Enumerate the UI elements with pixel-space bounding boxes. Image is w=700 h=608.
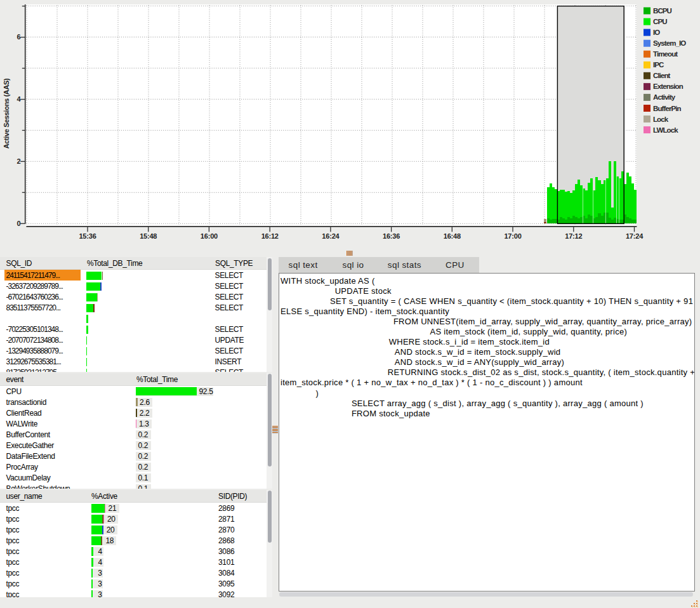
svg-text:IPC: IPC [653, 61, 664, 69]
svg-text:16:00: 16:00 [201, 232, 218, 240]
svg-text:LWLock: LWLock [653, 126, 678, 134]
svg-text:CPU: CPU [653, 18, 667, 25]
svg-text:17:12: 17:12 [565, 232, 582, 240]
svg-text:System_IO: System_IO [653, 39, 686, 47]
svg-text:Activity: Activity [653, 93, 676, 101]
svg-text:15:48: 15:48 [140, 232, 157, 240]
svg-text:16:36: 16:36 [383, 232, 400, 240]
svg-text:Lock: Lock [653, 116, 669, 123]
svg-text:IO: IO [653, 29, 660, 36]
svg-text:Active Sessions (AAS): Active Sessions (AAS) [3, 78, 10, 149]
svg-text:Timeout: Timeout [653, 50, 678, 58]
svg-text:17:00: 17:00 [504, 232, 521, 240]
svg-text:15:36: 15:36 [79, 232, 96, 240]
svg-text:0: 0 [17, 220, 21, 227]
svg-text:16:24: 16:24 [322, 232, 340, 240]
svg-text:17:24: 17:24 [626, 232, 644, 240]
svg-text:6: 6 [17, 33, 21, 41]
svg-text:16:12: 16:12 [261, 232, 279, 240]
svg-text:Client: Client [653, 72, 671, 79]
svg-text:Extension: Extension [653, 83, 683, 90]
svg-text:BCPU: BCPU [653, 7, 672, 15]
svg-text:16:48: 16:48 [444, 232, 461, 240]
svg-text:BufferPin: BufferPin [653, 105, 682, 112]
svg-text:2: 2 [17, 157, 21, 165]
